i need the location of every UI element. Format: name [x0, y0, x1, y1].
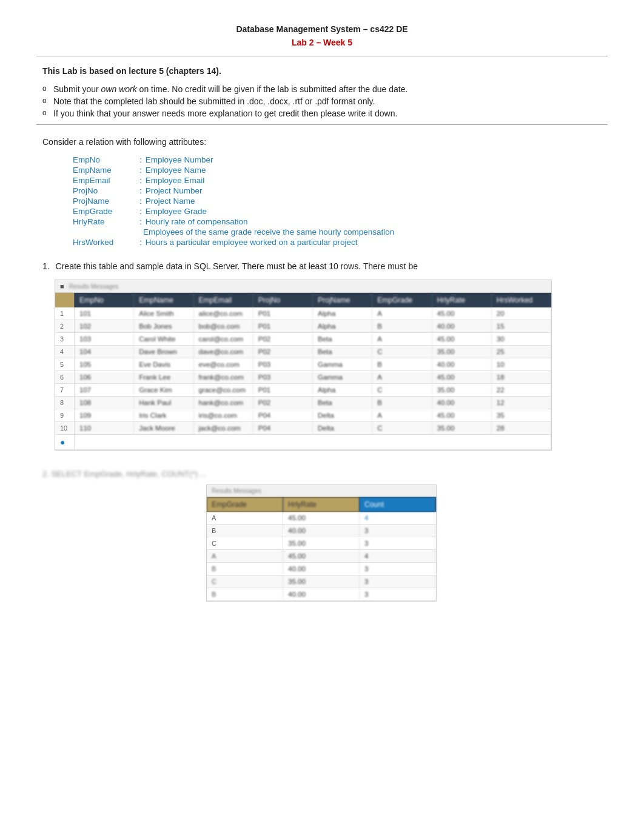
add-row: ● [55, 435, 551, 450]
table-row: 2 102Bob Jonesbob@co.com P01AlphaB 40.00… [55, 320, 551, 333]
table-row: B 40.00 3 [207, 563, 436, 575]
instructions-list: Submit your own work on time. No credit … [42, 84, 608, 118]
italic-text: own work [101, 84, 137, 94]
sql-toolbar-2: Results Messages [207, 485, 436, 497]
table-row: B 40.00 3 [207, 525, 436, 537]
attr-empgrade: EmpGrade : Employee Grade [73, 207, 608, 216]
sql-table-1: ■ Results Messages EmpNo EmpName EmpEmai… [55, 280, 552, 451]
consider-text: Consider a relation with following attri… [42, 137, 608, 147]
table-row: 5 105Eve Daviseve@co.com P03GammaB 40.00… [55, 358, 551, 371]
table-row: 7 107Grace Kimgrace@co.com P01AlphaC 35.… [55, 384, 551, 397]
attr-empemail: EmpEmail : Employee Email [73, 176, 608, 185]
question-1-number: 1. [42, 261, 50, 271]
attr-projname: ProjName : Project Name [73, 196, 608, 206]
table2-header: EmpGrade HrlyRate Count [207, 497, 436, 512]
page-title: Database Management System – cs422 DE [36, 24, 608, 34]
sql-toolbar-1: ■ Results Messages [55, 280, 551, 293]
table-row: 3 103Carol Whitecarol@co.com P02BetaA 45… [55, 333, 551, 346]
table-row: 1 101Alice Smithalice@co.com P01AlphaA 4… [55, 307, 551, 320]
instruction-1: Submit your own work on time. No credit … [42, 84, 608, 94]
table-row: 9 109Iris Clarkiris@co.com P04DeltaA 45.… [55, 409, 551, 422]
table1-header: EmpNo EmpName EmpEmail ProjNo ProjName E… [55, 293, 551, 307]
divider-bottom [36, 124, 608, 125]
instruction-3: If you think that your answer needs more… [42, 109, 608, 118]
table-row: B 40.00 3 [207, 588, 436, 601]
table-row: C 35.00 3 [207, 537, 436, 550]
attributes-table: EmpNo : Employee Number EmpName : Employ… [73, 155, 608, 247]
table-row: 6 106Frank Leefrank@co.com P03GammaA 45.… [55, 371, 551, 384]
attr-hrsworked: HrsWorked : Hours a particular employee … [73, 238, 608, 247]
attr-hrlyrate-sub: Employees of the same grade receive the … [73, 227, 608, 236]
section-heading: This Lab is based on lecture 5 (chapters… [42, 66, 608, 76]
instruction-2: Note that the completed lab should be su… [42, 96, 608, 106]
table-row: 10 110Jack Moorejack@co.com P04DeltaC 35… [55, 422, 551, 435]
question-1-body: Create this table and sample data in SQL… [56, 261, 418, 271]
table-row: A 45.00 4 [207, 550, 436, 563]
table-row: C 35.00 3 [207, 575, 436, 588]
divider-top [36, 56, 608, 56]
attr-projno: ProjNo : Project Number [73, 186, 608, 195]
table-row: 8 108Hank Paulhank@co.com P02BetaB 40.00… [55, 397, 551, 409]
question-1-text: 1. Create this table and sample data in … [42, 261, 608, 271]
question-2-label: 2. SELECT EmpGrade, HrlyRate, COUNT(*) .… [42, 469, 207, 478]
attr-empname: EmpName : Employee Name [73, 166, 608, 175]
question-2-area: 2. SELECT EmpGrade, HrlyRate, COUNT(*) .… [42, 469, 608, 478]
table-row: 4 104Dave Browndave@co.com P02BetaC 35.0… [55, 346, 551, 358]
attr-empno: EmpNo : Employee Number [73, 155, 608, 164]
table-row: A 45.00 4 [207, 512, 436, 525]
attr-hrlyrate: HrlyRate : Hourly rate of compensation [73, 217, 608, 226]
sql-table-2: Results Messages EmpGrade HrlyRate Count… [206, 485, 437, 602]
page-subtitle: Lab 2 – Week 5 [36, 38, 608, 47]
